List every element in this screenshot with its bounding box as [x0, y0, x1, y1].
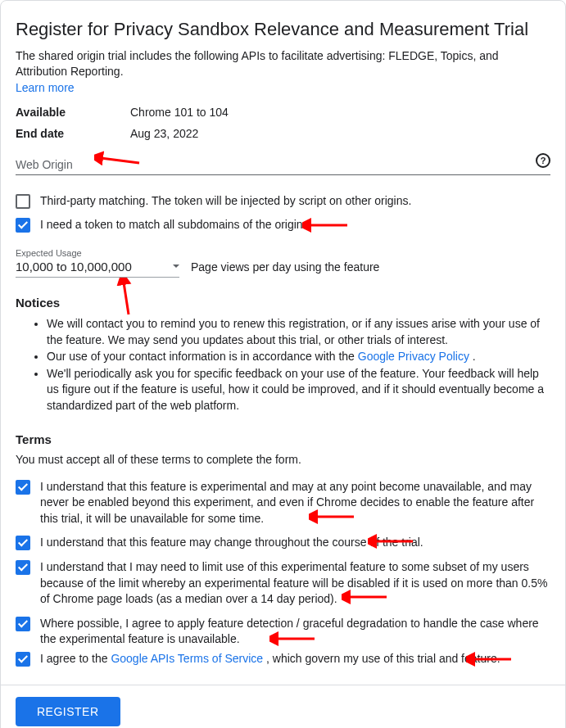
thirdparty-checkbox[interactable]	[16, 194, 30, 209]
thirdparty-label: Third-party matching. The token will be …	[40, 193, 550, 210]
term-label-4: I agree to the Google APIs Terms of Serv…	[40, 651, 550, 667]
term-checkbox-1[interactable]	[16, 536, 30, 550]
notices-list: We will contact you to remind you to ren…	[16, 316, 550, 414]
expected-usage-select[interactable]: 10,000 to 10,000,000	[16, 260, 179, 278]
expected-usage-suffix: Page views per day using the feature	[191, 260, 379, 274]
footer: Register	[1, 685, 565, 728]
term-row-3: Where possible, I agree to apply feature…	[16, 616, 550, 648]
term-checkbox-2[interactable]	[16, 560, 30, 575]
help-icon[interactable]: ?	[536, 153, 550, 168]
term-label-0: I understand that this feature is experi…	[40, 479, 550, 527]
term-checkbox-0[interactable]	[16, 480, 30, 495]
notice-item: We'll periodically ask you for specific …	[47, 366, 550, 414]
enddate-label: End date	[16, 127, 130, 140]
expected-usage-value: 10,000 to 10,000,000	[16, 260, 132, 274]
term-label-1: I understand that this feature may chang…	[40, 535, 550, 551]
meta-table: Available Chrome 101 to 104 End date Aug…	[16, 106, 550, 140]
chevron-down-icon	[173, 265, 179, 268]
available-label: Available	[16, 106, 130, 119]
subdomain-row: I need a token to match all subdomains o…	[16, 217, 550, 233]
term-label-2: I understand that I may need to limit us…	[40, 559, 550, 608]
term-checkbox-3[interactable]	[16, 617, 30, 631]
expected-usage-group: Expected Usage 10,000 to 10,000,000 Page…	[16, 248, 550, 278]
notices-heading: Notices	[16, 296, 550, 310]
expected-usage-label: Expected Usage	[16, 248, 550, 258]
available-value: Chrome 101 to 104	[130, 106, 229, 119]
notice-item: We will contact you to remind you to ren…	[47, 316, 550, 348]
web-origin-field-wrap: ?	[16, 155, 550, 175]
terms-intro: You must accept all of these terms to co…	[16, 453, 550, 466]
term-checkbox-4[interactable]	[16, 652, 30, 667]
description: The shared origin trial includes the fol…	[16, 48, 550, 79]
terms-heading: Terms	[16, 432, 550, 446]
term-row-2: I understand that I may need to limit us…	[16, 559, 550, 608]
term-row-0: I understand that this feature is experi…	[16, 479, 550, 527]
thirdparty-row: Third-party matching. The token will be …	[16, 193, 550, 210]
privacy-policy-link[interactable]: Google Privacy Policy	[358, 350, 469, 363]
apis-tos-link[interactable]: Google APIs Terms of Service	[111, 652, 263, 665]
register-button[interactable]: Register	[16, 697, 120, 726]
enddate-value: Aug 23, 2022	[130, 127, 198, 140]
term-row-4: I agree to the Google APIs Terms of Serv…	[16, 651, 550, 667]
learn-more-link[interactable]: Learn more	[16, 81, 75, 94]
notice-item: Our use of your contact information is i…	[47, 349, 550, 365]
subdomain-label: I need a token to match all subdomains o…	[40, 217, 550, 233]
page-title: Register for Privacy Sandbox Relevance a…	[16, 19, 550, 40]
subdomain-checkbox[interactable]	[16, 218, 30, 233]
web-origin-input[interactable]	[16, 155, 550, 175]
term-row-1: I understand that this feature may chang…	[16, 535, 550, 551]
registration-card: Register for Privacy Sandbox Relevance a…	[0, 0, 566, 728]
term-label-3: Where possible, I agree to apply feature…	[40, 616, 550, 648]
